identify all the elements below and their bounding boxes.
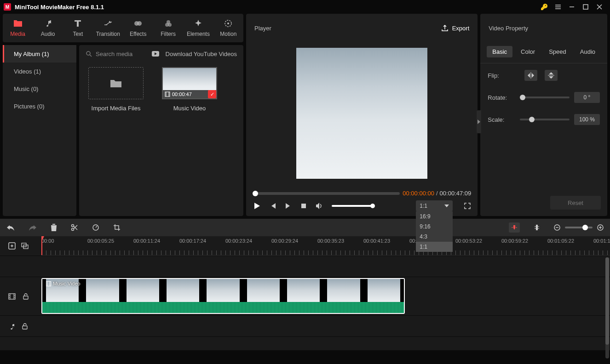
ratio-option[interactable]: 1:1 — [416, 242, 453, 252]
zoom-handle[interactable] — [582, 225, 588, 230]
sidebar-item-music[interactable]: Music (0) — [3, 80, 76, 97]
sidebar-item-videos[interactable]: Videos (1) — [3, 63, 76, 80]
filters-icon — [164, 19, 173, 28]
aspect-ratio-select[interactable]: 1:1 16:9 9:16 4:3 1:1 — [416, 200, 453, 211]
license-key-icon[interactable] — [537, 0, 551, 14]
add-track-button[interactable] — [8, 242, 16, 250]
tab-filters[interactable]: Filters — [153, 19, 183, 37]
fullscreen-button[interactable] — [464, 202, 471, 210]
timeline-ruler[interactable]: 00:0000:00:05:2500:00:11:2400:00:17:2400… — [41, 236, 610, 256]
maximize-icon[interactable] — [579, 0, 593, 14]
menu-icon[interactable] — [551, 0, 565, 14]
property-title: Video Property — [489, 25, 528, 32]
prop-tab-basic[interactable]: Basic — [487, 46, 512, 57]
timeline-scrollbar[interactable] — [605, 257, 609, 358]
ratio-option[interactable]: 9:16 — [416, 222, 453, 232]
download-youtube-link[interactable]: Download YouTube Videos — [166, 51, 237, 57]
svg-point-8 — [86, 51, 90, 55]
tab-elements[interactable]: Elements — [183, 19, 213, 37]
play-button[interactable] — [253, 202, 261, 210]
rotate-slider[interactable] — [520, 97, 570, 98]
sidebar-item-myalbum[interactable]: My Album (1) — [3, 45, 76, 63]
stop-button[interactable] — [300, 203, 307, 209]
video-lane[interactable]: Music Video — [41, 277, 610, 315]
prop-tab-audio[interactable]: Audio — [575, 46, 601, 57]
svg-rect-21 — [23, 296, 28, 299]
ratio-option[interactable]: 4:3 — [416, 232, 453, 242]
rotate-value[interactable]: 0 ° — [574, 92, 600, 103]
volume-button[interactable] — [315, 202, 323, 210]
split-button[interactable] — [71, 224, 78, 231]
youtube-icon — [152, 51, 159, 57]
app-title: MiniTool MovieMaker Free 8.1.1 — [15, 4, 104, 11]
svg-rect-23 — [23, 326, 27, 329]
ruler-tick: 00:00 — [41, 238, 54, 244]
tab-motion[interactable]: Motion — [213, 19, 243, 37]
prop-tab-speed[interactable]: Speed — [543, 46, 572, 57]
zoom-out-icon[interactable] — [554, 224, 560, 231]
audio-lane[interactable] — [41, 316, 610, 336]
redo-button[interactable] — [29, 224, 37, 231]
svg-point-7 — [227, 23, 229, 24]
video-track: Music Video — [0, 277, 610, 315]
titlebar: M MiniTool MovieMaker Free 8.1.1 — [0, 0, 610, 14]
scale-slider[interactable] — [520, 119, 570, 120]
overlay-track — [0, 256, 610, 277]
minimize-icon[interactable] — [565, 0, 579, 14]
audio-track-icon — [8, 323, 15, 330]
export-icon — [441, 24, 449, 32]
timeline: 00:0000:00:05:2500:00:11:2400:00:17:2400… — [0, 219, 610, 350]
search-input[interactable]: Search media — [96, 51, 148, 57]
ruler-tick: 00:01:11 — [593, 238, 610, 244]
zoom-slider[interactable] — [554, 224, 604, 231]
timeline-clip[interactable]: Music Video — [41, 278, 405, 314]
reset-button[interactable]: Reset — [550, 196, 601, 210]
scrollbar-thumb[interactable] — [605, 257, 609, 345]
close-icon[interactable] — [593, 0, 606, 14]
volume-slider[interactable] — [332, 205, 373, 207]
ratio-option[interactable]: 16:9 — [416, 211, 453, 222]
collapse-panel-button[interactable] — [477, 110, 481, 133]
playback-progress[interactable] — [253, 192, 400, 195]
tab-text[interactable]: Text — [63, 19, 93, 37]
import-media-tile[interactable]: Import Media Files — [84, 67, 148, 112]
music-note-icon — [44, 19, 52, 28]
volume-handle[interactable] — [370, 204, 375, 208]
media-clip-tile[interactable]: 00:00:47 ✓ Music Video — [157, 67, 222, 112]
timeline-marker-button[interactable] — [509, 222, 520, 233]
svg-rect-20 — [9, 294, 15, 299]
delete-button[interactable] — [51, 224, 57, 231]
tab-audio[interactable]: Audio — [33, 19, 63, 37]
lock-icon[interactable] — [23, 293, 29, 300]
overlay-lane[interactable] — [41, 256, 610, 277]
playhead[interactable] — [41, 236, 42, 256]
prop-tab-color[interactable]: Color — [515, 46, 541, 57]
effects-icon — [134, 19, 142, 28]
album-sidebar: My Album (1) Videos (1) Music (0) Pictur… — [3, 45, 76, 216]
undo-button[interactable] — [6, 224, 15, 231]
flip-vertical-button[interactable] — [545, 70, 558, 81]
sidebar-item-pictures[interactable]: Pictures (0) — [3, 97, 76, 115]
export-button[interactable]: Export — [441, 24, 470, 32]
tab-transition[interactable]: Transition — [93, 19, 123, 37]
prev-frame-button[interactable] — [269, 202, 276, 210]
tab-media[interactable]: Media — [3, 19, 33, 37]
next-frame-button[interactable] — [285, 202, 292, 210]
progress-handle[interactable] — [253, 191, 258, 196]
rotate-handle[interactable] — [520, 95, 525, 100]
speed-button[interactable] — [92, 224, 99, 231]
lock-icon[interactable] — [22, 323, 28, 330]
timeline-magnet-button[interactable] — [534, 224, 540, 231]
transition-icon — [104, 19, 113, 28]
crop-button[interactable] — [113, 224, 121, 231]
track-layers-button[interactable] — [21, 243, 29, 249]
tab-effects[interactable]: Effects — [123, 19, 153, 37]
zoom-in-icon[interactable] — [597, 224, 604, 231]
preview-viewport — [246, 42, 478, 184]
svg-rect-11 — [301, 204, 306, 208]
svg-point-5 — [168, 23, 172, 27]
chevron-down-icon — [444, 205, 449, 207]
flip-horizontal-button[interactable] — [524, 70, 537, 81]
scale-handle[interactable] — [529, 117, 535, 122]
scale-value[interactable]: 100 % — [574, 114, 600, 125]
